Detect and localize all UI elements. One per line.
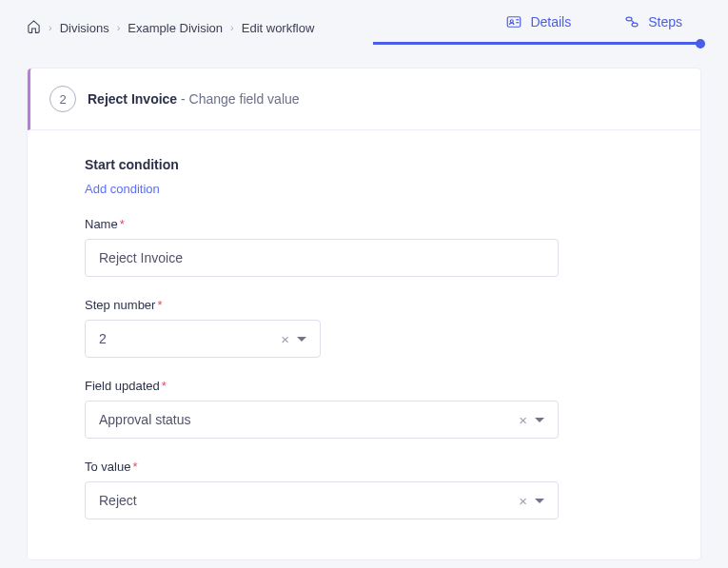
id-card-icon (505, 13, 522, 30)
to-value-label: To value* (85, 460, 618, 474)
select-controls: × (281, 332, 320, 346)
required-marker: * (157, 298, 162, 312)
step-title-main: Reject Invoice (88, 91, 177, 107)
chevron-right-icon: › (230, 22, 234, 33)
clear-icon[interactable]: × (519, 494, 527, 508)
field-name: Name* (85, 217, 618, 277)
field-field-updated: Field updated* Approval status × (85, 379, 618, 439)
crumb-divisions[interactable]: Divisions (60, 21, 109, 35)
required-marker: * (120, 217, 125, 231)
home-icon[interactable] (27, 19, 41, 36)
name-input[interactable] (85, 239, 559, 277)
svg-point-5 (632, 23, 638, 27)
field-step-number: Step number* 2 × (85, 298, 618, 358)
add-condition-link[interactable]: Add condition (85, 182, 160, 196)
step-card: 2 Reject Invoice - Change field value St… (27, 68, 701, 560)
chevron-right-icon: › (49, 22, 52, 33)
tabs: Details Steps (505, 13, 701, 42)
tab-details[interactable]: Details (505, 13, 571, 42)
step-number-value: 2 (86, 321, 281, 357)
step-number-badge: 2 (49, 86, 76, 112)
step-title-subtitle: - Change field value (177, 91, 299, 107)
crumb-example-division[interactable]: Example Division (128, 21, 223, 35)
select-controls: × (519, 494, 558, 508)
clear-icon[interactable]: × (281, 332, 289, 346)
to-value-label-text: To value (85, 460, 130, 474)
chevron-down-icon[interactable] (535, 418, 544, 422)
svg-point-1 (511, 20, 514, 23)
progress-fill (373, 42, 701, 45)
step-number-label-text: Step number (85, 298, 155, 312)
required-marker: * (162, 379, 167, 393)
to-value-select[interactable]: Reject × (85, 481, 559, 519)
field-updated-value: Approval status (86, 402, 519, 438)
tab-steps[interactable]: Steps (623, 13, 682, 42)
field-updated-label-text: Field updated (85, 379, 160, 393)
start-condition-label: Start condition (85, 157, 618, 172)
name-label: Name* (85, 217, 618, 231)
field-updated-label: Field updated* (85, 379, 618, 393)
step-number-label: Step number* (85, 298, 618, 312)
step-card-header[interactable]: 2 Reject Invoice - Change field value (28, 69, 700, 130)
svg-rect-0 (508, 17, 521, 28)
breadcrumb: › Divisions › Example Division › Edit wo… (27, 19, 314, 36)
tab-details-label: Details (530, 14, 571, 29)
field-to-value: To value* Reject × (85, 460, 618, 519)
progress-dot (696, 39, 705, 49)
progress-track (373, 42, 701, 45)
steps-icon (623, 13, 640, 30)
name-label-text: Name (85, 217, 118, 231)
required-marker: * (132, 460, 137, 474)
crumb-edit-workflow: Edit workflow (242, 21, 315, 35)
clear-icon[interactable]: × (519, 413, 527, 427)
svg-point-4 (626, 17, 632, 21)
chevron-right-icon: › (117, 22, 121, 33)
step-title: Reject Invoice - Change field value (88, 91, 300, 107)
tab-steps-label: Steps (648, 14, 682, 29)
form-body: Start condition Add condition Name* Step… (28, 130, 637, 559)
chevron-down-icon[interactable] (535, 499, 544, 503)
select-controls: × (519, 413, 558, 427)
step-number-select[interactable]: 2 × (85, 320, 321, 358)
field-updated-select[interactable]: Approval status × (85, 401, 559, 439)
to-value-value: Reject (86, 482, 519, 519)
chevron-down-icon[interactable] (297, 337, 306, 342)
